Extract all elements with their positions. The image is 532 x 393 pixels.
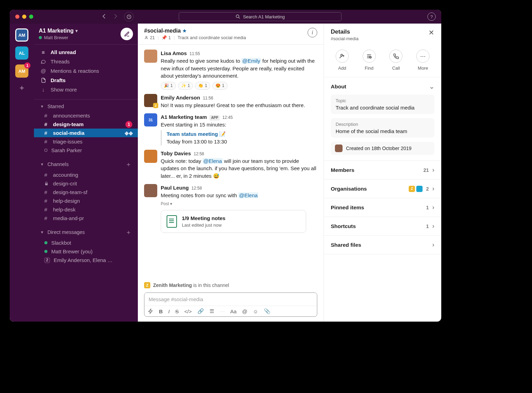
add-dm-button[interactable]: ＋ — [125, 228, 132, 236]
about-header[interactable]: About⌄ — [331, 83, 434, 90]
topic-box[interactable]: Topic Track and coordinate social media — [331, 95, 434, 114]
dm-group[interactable]: 2Emily Anderson, Elena … — [34, 256, 138, 264]
dm-slackbot[interactable]: Slackbot — [34, 238, 138, 247]
post-attachment[interactable]: 1/9 Meeting notes Last edited just now — [161, 210, 306, 233]
composer-input[interactable] — [144, 293, 317, 306]
attach-icon[interactable]: 📎 — [264, 308, 271, 314]
dm-self[interactable]: Matt Brewer (you) — [34, 247, 138, 256]
channel-name[interactable]: #social-media★ — [144, 28, 246, 34]
shortcuts-row[interactable]: Shortcuts1› — [324, 217, 441, 236]
nav-drafts[interactable]: Drafts — [34, 76, 138, 85]
reaction[interactable]: ✨1 — [178, 82, 193, 90]
close-button[interactable]: ✕ — [428, 28, 434, 37]
help-button[interactable]: ? — [427, 12, 436, 21]
channel-pane: #social-media★ 21 | 📌 1 | Track and coor… — [138, 24, 323, 322]
shared-files-row[interactable]: Shared files› — [324, 236, 441, 254]
organisations-row[interactable]: OrganisationsZ2› — [324, 180, 441, 198]
members-count[interactable]: 21 — [144, 35, 155, 40]
mention-icon[interactable]: @ — [242, 308, 247, 314]
avatar[interactable] — [144, 184, 157, 197]
org-name: Zenith Marketing — [153, 282, 192, 288]
nav-show-more[interactable]: ↓Show more — [34, 85, 138, 94]
call-action[interactable]: Call — [389, 50, 402, 71]
emoji-icon[interactable]: ☺ — [253, 308, 258, 314]
channel-design-team-sf[interactable]: #design-team-sf — [34, 188, 138, 196]
channel-announcements[interactable]: #announcements — [34, 111, 138, 120]
channel-triage-issues[interactable]: #triage-issues — [34, 137, 138, 146]
mention[interactable]: @Elena — [238, 192, 258, 198]
reaction[interactable]: 😍1 — [212, 82, 228, 90]
event-attachment[interactable]: Team status meeting 📝 Today from 13:00 t… — [161, 130, 317, 146]
workspace-am[interactable]: AM — [15, 28, 28, 42]
mention[interactable]: @Elena — [203, 158, 223, 164]
code-icon[interactable]: </> — [184, 308, 192, 314]
message-author[interactable]: Toby Davies — [161, 150, 191, 157]
description-box[interactable]: Description Home of the social media tea… — [331, 118, 434, 138]
workspace-am2[interactable]: AM1 — [15, 64, 28, 78]
dm-sarah-parker[interactable]: Sarah Parker — [34, 146, 138, 155]
link-icon[interactable]: 🔗 — [197, 308, 204, 314]
topic-value: Track and coordinate social media — [336, 105, 429, 111]
channel-help-design[interactable]: #help-design — [34, 196, 138, 205]
channel-design-crit[interactable]: design-crit — [34, 179, 138, 188]
channel-topic[interactable]: Track and coordinate social media — [178, 35, 246, 40]
nav-mentions[interactable]: @Mentions & reactions — [34, 66, 138, 76]
hash-icon: # — [44, 130, 49, 136]
message-author[interactable]: Emily Anderson — [161, 94, 200, 102]
pinned-row[interactable]: Pinned items1› — [324, 198, 441, 217]
message-author[interactable]: Lisa Amos — [161, 50, 187, 57]
nav-threads[interactable]: Threads — [34, 57, 138, 66]
workspace-al[interactable]: AL — [15, 46, 28, 60]
more-action[interactable]: ⋯More — [416, 50, 429, 71]
avatar[interactable]: 31 — [144, 113, 157, 126]
channels-header[interactable]: ▼Channels＋ — [34, 158, 138, 171]
add-workspace-button[interactable]: ＋ — [18, 82, 26, 93]
post-label[interactable]: Post ▾ — [161, 201, 317, 207]
external-badge: Z — [153, 103, 158, 108]
shortcuts-icon[interactable] — [148, 308, 153, 314]
dms-header[interactable]: ▼Direct messages＋ — [34, 226, 138, 238]
svg-point-2 — [146, 36, 147, 37]
document-icon — [167, 215, 177, 228]
reaction[interactable]: 🎉1 — [161, 82, 176, 90]
minimize-window-icon[interactable] — [22, 15, 26, 19]
channel-info-button[interactable]: i — [308, 28, 317, 37]
avatar[interactable] — [144, 150, 157, 163]
threads-icon — [40, 59, 46, 64]
find-action[interactable]: Find — [363, 50, 376, 71]
search-bar[interactable]: Search A1 Marketing — [179, 12, 342, 21]
channel-accounting[interactable]: #accounting — [34, 171, 138, 179]
list-icon[interactable]: ☰ — [210, 308, 214, 314]
members-row[interactable]: Members21› — [324, 161, 441, 180]
sidebar-header[interactable]: A1 Marketing ▾ Matt Brewer — [34, 24, 138, 45]
created-info: Created on 18th October 2019 — [331, 142, 434, 155]
add-channel-button[interactable]: ＋ — [125, 160, 132, 168]
add-action[interactable]: Add — [336, 50, 349, 71]
compose-button[interactable] — [121, 28, 133, 40]
strikethrough-icon[interactable]: S — [175, 308, 179, 314]
message-author[interactable]: A1 Marketing team — [161, 113, 207, 121]
channel-design-team[interactable]: #design-team1 — [34, 120, 138, 129]
forward-button[interactable] — [111, 12, 120, 21]
nav-all-unread[interactable]: ≡All unread — [34, 47, 138, 57]
history-button[interactable] — [124, 12, 134, 21]
channel-social-media[interactable]: #social-media◆◆ — [34, 129, 138, 137]
close-window-icon[interactable] — [15, 15, 19, 19]
message-author[interactable]: Paul Leung — [161, 184, 189, 192]
star-icon[interactable]: ★ — [182, 28, 187, 34]
mention[interactable]: @Emily — [241, 58, 261, 64]
italic-icon[interactable]: I — [168, 308, 170, 314]
creator-avatar[interactable] — [335, 145, 343, 152]
back-button[interactable] — [100, 12, 109, 21]
pins-count[interactable]: 📌 1 — [161, 35, 171, 40]
starred-header[interactable]: ▼Starred — [34, 102, 138, 111]
format-icon[interactable]: Aa — [230, 308, 237, 314]
maximize-window-icon[interactable] — [29, 15, 33, 19]
avatar[interactable] — [144, 50, 157, 63]
bold-icon[interactable]: B — [159, 308, 163, 314]
reaction[interactable]: 👏1 — [195, 82, 210, 90]
channel-help-desk[interactable]: #help-desk — [34, 205, 138, 214]
channel-media-and-pr[interactable]: #media-and-pr — [34, 214, 138, 222]
window-controls — [15, 15, 33, 19]
avatar[interactable]: Z — [144, 94, 157, 107]
